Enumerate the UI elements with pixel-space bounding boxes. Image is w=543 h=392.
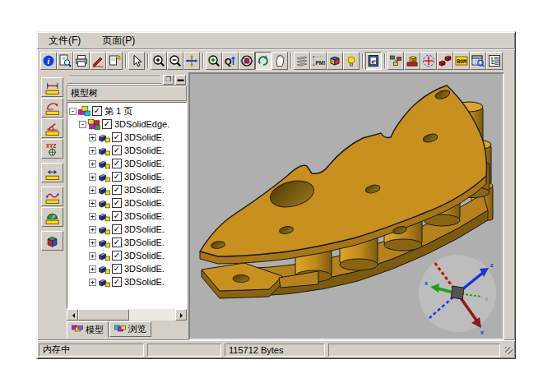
panel-hide-button[interactable]: ▬	[175, 75, 186, 85]
expand-icon[interactable]: +	[89, 239, 96, 247]
dynamic-zoom-button[interactable]: Q	[222, 52, 239, 70]
tree-node-label[interactable]: 3DSolidE.	[124, 238, 165, 247]
viewport-3d[interactable]: z x y x	[188, 72, 504, 340]
visibility-checkbox[interactable]: ✓	[92, 106, 102, 116]
render-mode-button[interactable]	[327, 52, 343, 70]
zoom-out-button[interactable]	[167, 52, 183, 70]
measure-radius-button[interactable]	[41, 98, 63, 118]
scroll-thumb[interactable]	[78, 309, 129, 321]
measure-volume-button[interactable]	[41, 231, 63, 251]
visibility-checkbox[interactable]: ✓	[112, 238, 122, 247]
tree-node-label[interactable]: 3DSolidE.	[124, 145, 165, 155]
tree-node-label[interactable]: 3DSolidE.	[124, 251, 165, 261]
tree-row[interactable]: +✓3DSolidE.	[69, 236, 186, 249]
resize-grip[interactable]	[504, 345, 513, 355]
scroll-left-button[interactable]	[67, 309, 78, 321]
collapse-icon[interactable]: -	[69, 108, 77, 115]
tree-row[interactable]: +✓3DSolidE.	[69, 210, 186, 223]
zoom-window-button[interactable]	[206, 52, 222, 70]
visibility-checkbox[interactable]: ✓	[112, 145, 122, 155]
visibility-checkbox[interactable]: ✓	[112, 132, 122, 142]
visibility-checkbox[interactable]: ✓	[112, 251, 122, 261]
expand-icon[interactable]: +	[89, 252, 96, 260]
visibility-checkbox[interactable]: ✓	[112, 224, 122, 234]
info-button[interactable]: i	[40, 52, 57, 70]
visibility-checkbox[interactable]: ✓	[112, 211, 122, 221]
expand-icon[interactable]: +	[89, 134, 96, 141]
tree-row[interactable]: +✓3DSolidE.	[69, 183, 186, 196]
measure-angle-button[interactable]	[41, 118, 63, 138]
lighting-button[interactable]	[343, 52, 360, 70]
tree-row[interactable]: +✓3DSolidE.	[69, 262, 186, 275]
structure-tree-button[interactable]	[486, 52, 503, 70]
tree-node-label[interactable]: 3DSolidE.	[124, 264, 165, 274]
measure-area-button[interactable]	[41, 207, 63, 227]
tree-node-label[interactable]: 3DSolidE.	[124, 159, 165, 168]
tree-row[interactable]: +✓3DSolidE.	[69, 170, 186, 183]
collapse-icon[interactable]: -	[79, 121, 86, 128]
expand-icon[interactable]: +	[89, 147, 96, 154]
visibility-checkbox[interactable]: ✓	[112, 159, 122, 168]
expand-icon[interactable]: +	[89, 200, 96, 207]
visibility-checkbox[interactable]: ✓	[112, 172, 122, 182]
scroll-right-button[interactable]	[175, 309, 187, 321]
panel-gripper[interactable]: ❐ ▬	[67, 74, 187, 85]
pmi-button[interactable]: PMI	[310, 52, 327, 70]
explode-button[interactable]	[437, 52, 453, 70]
notebook-button[interactable]	[365, 52, 382, 70]
tree-node-label[interactable]: 第 1 页	[104, 105, 132, 118]
explode-center-button[interactable]	[420, 52, 437, 70]
tree-row[interactable]: +✓3DSolidE.	[69, 249, 186, 262]
measure-distance-button[interactable]	[41, 77, 63, 97]
visibility-checkbox[interactable]: ✓	[112, 185, 122, 195]
expand-icon[interactable]: +	[89, 226, 96, 233]
export-button[interactable]	[106, 52, 123, 70]
tree-row[interactable]: +✓3DSolidE.	[69, 196, 186, 210]
tree-node-label[interactable]: 3DSolidE.	[124, 185, 165, 195]
tab-browse[interactable]: 浏览	[109, 321, 151, 337]
scroll-track[interactable]	[78, 309, 175, 321]
select-button[interactable]	[128, 52, 145, 70]
menu-item-page[interactable]: 页面(P)	[100, 33, 137, 48]
print-button[interactable]	[73, 52, 90, 70]
tree-row[interactable]: +✓3DSolidE.	[69, 144, 186, 157]
pan-hand-button[interactable]	[272, 52, 288, 70]
component-button[interactable]	[404, 52, 420, 70]
expand-icon[interactable]: +	[89, 279, 96, 286]
tree-row[interactable]: +✓3DSolidE.	[69, 131, 186, 144]
menu-item-file[interactable]: 文件(F)	[47, 33, 82, 48]
tree-node-label[interactable]: 3DSolidE.	[124, 224, 165, 234]
model-3d-bracket[interactable]	[190, 74, 504, 340]
data-grid-button[interactable]	[470, 52, 486, 70]
tree-row[interactable]: +✓3DSolidE.	[69, 157, 186, 170]
tree-node-label[interactable]: 3DSolidE.	[124, 198, 165, 208]
spin-button[interactable]	[255, 52, 272, 70]
tree-row[interactable]: -✓第 1 页	[69, 104, 186, 118]
coordinate-xyz-button[interactable]: XYZ	[41, 139, 63, 159]
visibility-checkbox[interactable]: ✓	[112, 277, 122, 287]
tree-row[interactable]: -✓3DSolidEdge.	[69, 118, 186, 131]
orbit-button[interactable]	[239, 52, 255, 70]
tree-node-label[interactable]: 3DSolidE.	[124, 132, 165, 142]
model-tree[interactable]: -✓第 1 页-✓3DSolidEdge.+✓3DSolidE.+✓3DSoli…	[67, 102, 187, 309]
assembly-structure-button[interactable]	[388, 52, 404, 70]
expand-icon[interactable]: +	[89, 265, 96, 273]
expand-icon[interactable]: +	[89, 173, 96, 181]
tree-row[interactable]: +✓3DSolidE.	[69, 223, 186, 236]
expand-icon[interactable]: +	[89, 160, 96, 168]
expand-icon[interactable]: +	[89, 187, 96, 194]
layers-button[interactable]	[294, 52, 310, 70]
visibility-checkbox[interactable]: ✓	[102, 119, 112, 129]
tree-node-label[interactable]: 3DSolidE.	[124, 172, 165, 182]
tree-node-label[interactable]: 3DSolidEdge.	[114, 119, 169, 129]
visibility-checkbox[interactable]: ✓	[112, 264, 122, 274]
expand-icon[interactable]: +	[89, 213, 96, 220]
tree-hscrollbar[interactable]	[67, 309, 187, 321]
tree-node-label[interactable]: 3DSolidE.	[124, 277, 165, 287]
measure-curve-button[interactable]	[41, 187, 63, 206]
tab-model[interactable]: 模型	[67, 321, 109, 338]
panel-float-button[interactable]: ❐	[163, 75, 174, 85]
measure-clearance-button[interactable]	[41, 163, 63, 182]
tree-node-label[interactable]: 3DSolidE.	[124, 211, 165, 221]
visibility-checkbox[interactable]: ✓	[112, 198, 122, 208]
